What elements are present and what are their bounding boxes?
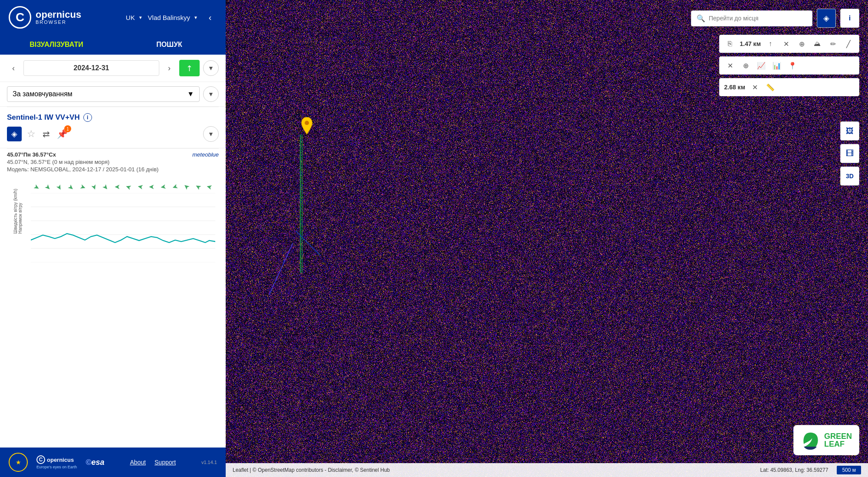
map-search-box: 🔍 <box>691 10 812 26</box>
user-button[interactable]: Vlad Balinskyy ▼ <box>148 14 198 21</box>
map-bottom-right: Lat: 45.09863, Lng: 36.59277 500 м <box>760 466 861 474</box>
date-expand-button[interactable]: ▼ <box>203 60 219 76</box>
greenleaf-text: GREEN LEAF <box>824 432 852 448</box>
dataset-controls: ◈ ☆ ⇄ 📌 1 ▼ <box>7 126 219 142</box>
edit-button[interactable]: ✏ <box>827 38 839 50</box>
dataset-expand-button[interactable]: ▼ <box>203 126 219 142</box>
wind-arrow: ➤ <box>206 183 213 192</box>
layer-icon: ◈ <box>11 130 17 138</box>
version-label: v1.14.1 <box>201 460 217 465</box>
logo-circle: C <box>9 6 31 29</box>
copernicus-footer-c: C <box>36 455 45 464</box>
lang-dropdown-arrow: ▼ <box>138 15 143 20</box>
nav-tabs: ВІЗУАЛІЗУВАТИ ПОШУК <box>0 35 226 55</box>
tab-visualize[interactable]: ВІЗУАЛІЗУВАТИ <box>0 35 113 55</box>
upload-button[interactable]: ↑ <box>764 38 776 50</box>
map-pin <box>300 117 313 138</box>
date-next-button[interactable]: › <box>163 62 176 75</box>
pin-button[interactable]: 📌 1 <box>55 127 69 141</box>
date-bar: ‹ 2024-12-31 › ↗ ▼ <box>0 55 226 82</box>
coords-area: 45.07°Пн 36.57°Сх 45.07°N, 36.57°E (0 м … <box>0 149 226 175</box>
map-area[interactable]: 🔍 ◈ i ⎘ 1.47 км ↑ ✕ ⊕ ⛰ <box>226 0 868 477</box>
measure-panel: ⎘ 1.47 км ↑ ✕ ⊕ ⛰ ✏ ╱ ✕ ⊕ 📈 📊 📍 <box>719 35 859 96</box>
sidebar-header: C opernicus BROWSER UK ▼ Vlad Balinskyy … <box>0 0 226 35</box>
language-button[interactable]: UK ▼ <box>126 14 143 21</box>
measure-value-1: 1.47 км <box>740 40 761 47</box>
coords-primary: 45.07°Пн 36.57°Сх <box>7 151 158 158</box>
filter-select[interactable]: За замовчуванням ▼ <box>7 86 200 102</box>
meteoblue-label: meteoblue <box>192 151 219 158</box>
crosshair2-button[interactable]: ⊕ <box>740 59 752 72</box>
crosshair-button[interactable]: ⊕ <box>796 38 808 50</box>
measure-row-3: 2.68 км ✕ 📏 <box>719 78 859 96</box>
dataset-info-badge[interactable]: i <box>83 113 92 122</box>
copernicus-footer-text: opernicus <box>47 457 74 463</box>
coords-model: Модель: NEMSGLOBAL, 2024-12-17 / 2025-01… <box>7 166 158 173</box>
wind-arrow: ➤ <box>55 183 65 192</box>
logo-c-letter: C <box>16 10 24 24</box>
about-link[interactable]: About <box>130 459 146 466</box>
app-container: C opernicus BROWSER UK ▼ Vlad Balinskyy … <box>0 0 868 477</box>
filter-expand-button[interactable]: ▼ <box>203 86 219 102</box>
location-pin-icon <box>300 117 313 136</box>
map-search-input[interactable] <box>709 15 807 22</box>
3d-button[interactable]: 3D <box>840 167 859 186</box>
film-strip-button[interactable]: 🎞 <box>840 144 859 163</box>
user-dropdown-arrow: ▼ <box>194 15 198 20</box>
info-icon: i <box>849 14 851 22</box>
area-chart-button[interactable]: ⛰ <box>811 38 823 50</box>
info-button[interactable]: i <box>840 9 859 28</box>
star-button[interactable]: ☆ <box>25 127 37 141</box>
filter-row: За замовчуванням ▼ ▼ <box>0 82 226 107</box>
layers-button[interactable]: ◈ <box>817 9 836 28</box>
greenleaf-logo: GREEN LEAF <box>793 425 859 455</box>
line-chart-button[interactable]: 📈 <box>755 59 767 72</box>
wind-arrow: ➤ <box>66 182 76 192</box>
date-display: 2024-12-31 <box>23 60 159 76</box>
3d-label: 3D <box>846 173 854 180</box>
tab-search[interactable]: ПОШУК <box>113 35 226 55</box>
layer-toggle-button[interactable]: ◈ <box>7 127 22 141</box>
bar-chart-button[interactable]: 📊 <box>771 59 783 72</box>
wind-arrow: ➤ <box>101 182 111 192</box>
coords-secondary: 45.07°N, 36.57°E (0 м над рівнем моря) <box>7 159 158 165</box>
support-link[interactable]: Support <box>155 459 176 466</box>
date-prev-button[interactable]: ‹ <box>7 62 20 75</box>
main-area: C opernicus BROWSER UK ▼ Vlad Balinskyy … <box>0 0 868 477</box>
chart-y-label: Швидкість вітру (km/h)Напрямок вітру <box>13 212 23 234</box>
copernicus-footer: C opernicus Europe's eyes on Earth <box>36 455 77 469</box>
measure-row-2: ✕ ⊕ 📈 📊 📍 <box>719 56 859 75</box>
film-icon: 🎞 <box>846 149 854 158</box>
greenleaf-icon <box>801 431 820 450</box>
logo-sub-text: BROWSER <box>36 20 81 25</box>
dataset-title: Sentinel-1 IW VV+VH i <box>7 113 219 122</box>
layers-icon: ◈ <box>823 13 829 23</box>
fly-to-button[interactable]: ↗ <box>179 60 200 76</box>
pin-count-badge: 1 <box>64 125 71 132</box>
close-measure1-button[interactable]: ✕ <box>780 38 792 50</box>
copy-button[interactable]: ⎘ <box>724 38 736 50</box>
line-tool-button[interactable]: ╱ <box>842 38 855 50</box>
wind-arrow: ➤ <box>194 182 203 192</box>
close-measure2-button[interactable]: ✕ <box>724 59 736 72</box>
wind-arrow: ➤ <box>89 183 99 191</box>
header-controls: UK ▼ Vlad Balinskyy ▼ ‹ <box>126 10 217 24</box>
star-icon: ☆ <box>27 128 36 140</box>
image-download-button[interactable]: 🖼 <box>840 121 859 140</box>
settings-button[interactable]: ⇄ <box>41 127 52 141</box>
collapse-sidebar-button[interactable]: ‹ <box>203 10 217 24</box>
copernicus-footer-tagline: Europe's eyes on Earth <box>36 465 77 469</box>
chart-wrapper: Швидкість вітру (km/h)Напрямок вітру ➤ ➤… <box>7 180 219 266</box>
settings-icon: ⇄ <box>43 129 50 139</box>
close-measure3-button[interactable]: ✕ <box>749 81 761 93</box>
attribution-text: Leaflet | © OpenStreetMap contributors -… <box>233 467 390 473</box>
measure-row-1: ⎘ 1.47 км ↑ ✕ ⊕ ⛰ ✏ ╱ <box>719 35 859 53</box>
wind-chart-svg: 75 50 45 30 15 0 17 18 19 20 21 <box>31 193 215 262</box>
wind-arrow: ➤ <box>43 182 53 192</box>
ruler-button[interactable]: 📏 <box>764 81 776 93</box>
location-pin-button[interactable]: 📍 <box>786 59 799 72</box>
logo-area: C opernicus BROWSER <box>9 6 81 29</box>
wind-arrow: ➤ <box>182 182 191 192</box>
wind-chart-area: Швидкість вітру (km/h)Напрямок вітру ➤ ➤… <box>0 175 226 448</box>
wind-arrow: ➤ <box>149 183 155 191</box>
